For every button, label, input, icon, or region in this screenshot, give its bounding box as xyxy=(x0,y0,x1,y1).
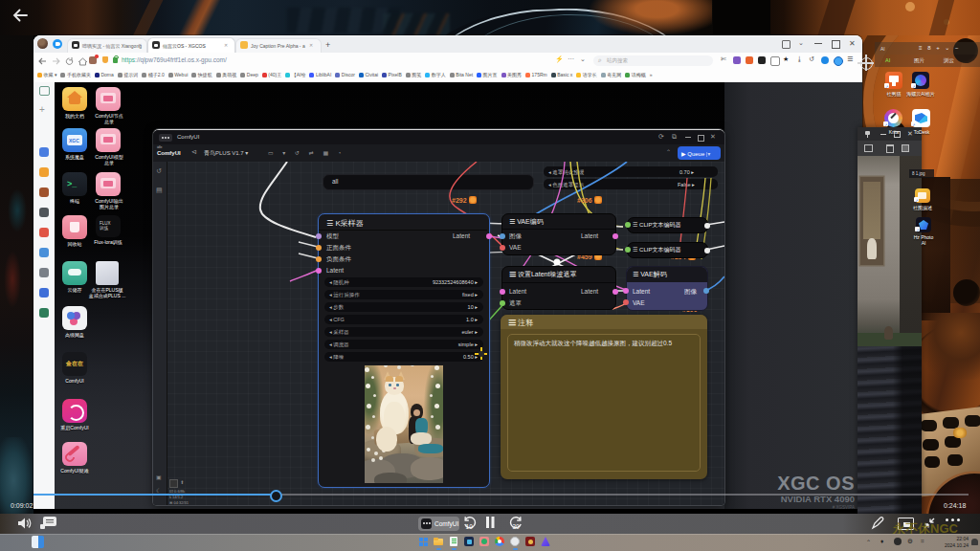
svg-text:30: 30 xyxy=(512,523,520,530)
svg-text:10: 10 xyxy=(466,523,474,530)
